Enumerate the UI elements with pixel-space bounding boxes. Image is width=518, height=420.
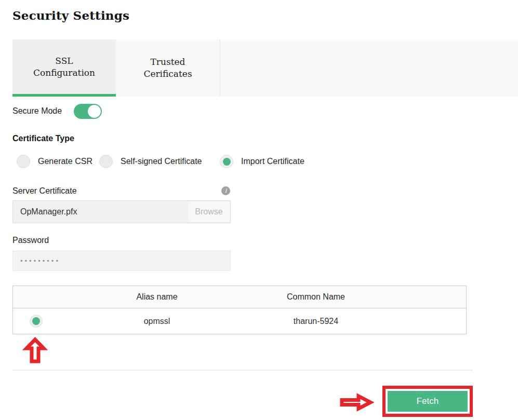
import-certificate-radio[interactable] (220, 155, 233, 168)
generate-csr-label: Generate CSR (38, 157, 92, 166)
tab-ssl-configuration-label: SSL Configuration (31, 55, 98, 79)
server-certificate-label: Server Certificate (12, 186, 77, 196)
tab-trusted-certificates[interactable]: Trusted Cerificates (116, 39, 220, 97)
page-title: Security Settings (12, 8, 129, 22)
alias-select-radio[interactable] (30, 315, 43, 328)
password-field[interactable]: ••••••••• (12, 251, 231, 271)
import-certificate-label: Import Certificate (241, 157, 304, 166)
annotation-up-arrow-icon (24, 337, 46, 364)
header-alias-name: Alias name (81, 292, 233, 302)
tab-bar-filler (220, 39, 518, 97)
tab-ssl-configuration[interactable]: SSL Configuration (12, 39, 116, 97)
radio-dot-icon (223, 158, 231, 166)
info-icon[interactable]: i (221, 186, 230, 195)
tab-bar: SSL Configuration Trusted Cerificates (12, 39, 518, 97)
alias-name-cell: opmssl (81, 317, 233, 326)
browse-button[interactable]: Browse (188, 201, 230, 222)
radio-group-self-signed: Self-signed Certificate (99, 155, 202, 168)
radio-group-import-certificate: Import Certificate (220, 155, 304, 168)
self-signed-label: Self-signed Certificate (121, 157, 202, 166)
annotation-right-arrow-icon (339, 393, 375, 412)
annotation-highlight-box: Fetch (382, 386, 473, 417)
fetch-button[interactable]: Fetch (388, 391, 468, 412)
certificate-table-header: Alias name Common Name (13, 286, 466, 308)
certificate-table: Alias name Common Name opmssl tharun-592… (12, 286, 467, 334)
password-label: Password (12, 236, 49, 245)
radio-group-generate-csr: Generate CSR (17, 155, 92, 168)
password-masked-value: ••••••••• (13, 251, 230, 270)
table-row[interactable]: opmssl tharun-5924 (13, 308, 466, 334)
header-common-name: Common Name (233, 292, 399, 302)
common-name-cell: tharun-5924 (233, 317, 399, 326)
radio-dot-icon (32, 317, 40, 325)
secure-mode-toggle[interactable] (74, 104, 102, 119)
secure-mode-label: Secure Mode (12, 106, 62, 116)
generate-csr-radio[interactable] (17, 155, 30, 168)
tab-trusted-certificates-label: Trusted Cerificates (134, 56, 202, 80)
toggle-knob-icon (88, 105, 101, 118)
self-signed-radio[interactable] (99, 155, 113, 168)
server-certificate-input[interactable]: OpManager.pfx Browse (12, 200, 231, 223)
section-divider (12, 370, 473, 371)
certificate-type-label: Certificate Type (12, 134, 74, 143)
